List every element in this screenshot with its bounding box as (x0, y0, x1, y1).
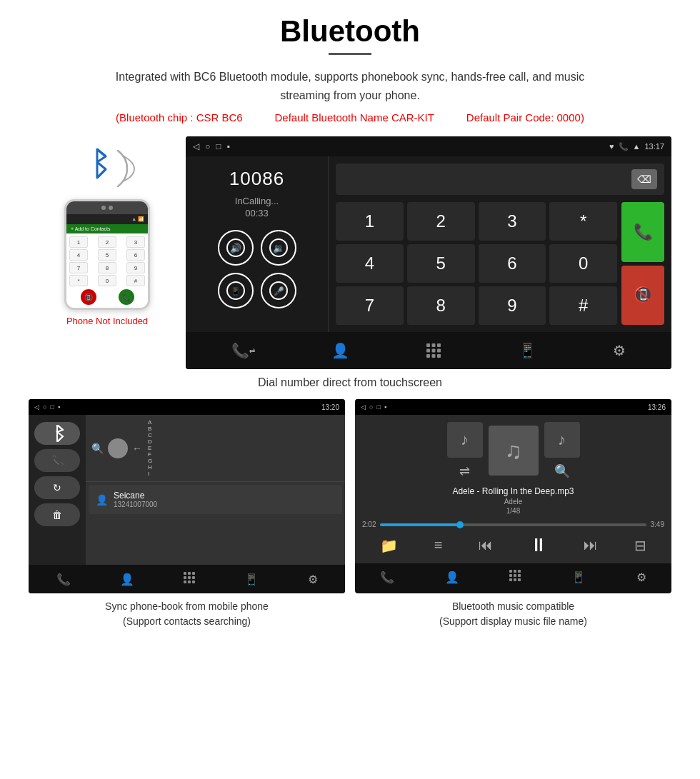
backspace-btn[interactable]: ⌫ (631, 169, 657, 189)
pb-phone-btn[interactable]: 📞 (34, 449, 80, 472)
shuffle-icon[interactable]: ⇌ (459, 463, 470, 479)
key-7[interactable]: 7 (336, 286, 404, 325)
pb-search-icon[interactable]: 🔍 (91, 443, 104, 454)
pb-bottom-contacts-icon[interactable]: 👤 (120, 573, 134, 586)
music-bottom-contacts-icon[interactable]: 👤 (445, 571, 459, 584)
music-screen: ◁ ○ □ ▪ 13:26 ♪ ⇌ (355, 399, 671, 593)
add-contacts-btn[interactable]: + Add to Contacts (66, 224, 148, 233)
key-2[interactable]: 2 (407, 202, 475, 241)
phone-call[interactable]: 📞 (119, 289, 134, 305)
pb-bottom-transfer-icon[interactable]: 📱 (244, 573, 259, 586)
menu-icon[interactable]: ▪ (227, 141, 230, 151)
pb-back-icon[interactable]: ◁ (34, 403, 39, 411)
phone-key-star[interactable]: * (69, 275, 88, 286)
phone-key-1[interactable]: 1 (69, 236, 88, 248)
recents-icon[interactable]: □ (216, 141, 221, 151)
phone-key-4[interactable]: 4 (69, 249, 88, 261)
svg-rect-16 (437, 349, 441, 353)
svg-rect-26 (184, 576, 186, 579)
pb-bottom-dialpad-icon[interactable] (184, 572, 195, 586)
music-track-count: 1/48 (506, 507, 520, 515)
home-icon[interactable]: ○ (205, 141, 210, 151)
call-accept-btn[interactable]: 📞 (621, 202, 664, 262)
music-folder-icon[interactable]: 📁 (380, 537, 398, 554)
bottom-contacts-icon[interactable]: 👤 (331, 342, 349, 359)
pb-bottom-bar: 📞 👤 (29, 565, 345, 593)
key-1[interactable]: 1 (336, 202, 404, 241)
music-card: ◁ ○ □ ▪ 13:26 ♪ ⇌ (355, 399, 671, 629)
back-icon[interactable]: ◁ (193, 141, 199, 151)
key-hash[interactable]: # (549, 286, 617, 325)
pb-delete-btn[interactable]: 🗑 (34, 503, 80, 526)
pb-bottom-settings-icon[interactable]: ⚙ (308, 573, 318, 586)
music-home-icon[interactable]: ○ (369, 403, 373, 411)
bottom-transfer-icon[interactable]: 📱 (519, 342, 536, 359)
music-album-art: ♫ (489, 426, 539, 476)
music-eq-icon[interactable]: ⊟ (634, 537, 646, 554)
spec-name: Default Bluetooth Name CAR-KIT (275, 111, 434, 124)
key-0[interactable]: 0 (549, 244, 617, 283)
music-bottom-settings-icon[interactable]: ⚙ (636, 571, 646, 584)
key-5[interactable]: 5 (407, 244, 475, 283)
phone-key-6[interactable]: 6 (126, 249, 145, 261)
music-prev-btn[interactable]: ⏮ (479, 537, 493, 553)
music-bottom-dialpad-icon[interactable] (509, 570, 521, 584)
music-status-icons: ◁ ○ □ ▪ (361, 403, 386, 411)
phone-key-8[interactable]: 8 (98, 262, 116, 273)
music-back-icon[interactable]: ◁ (361, 403, 366, 411)
phone-key-9[interactable]: 9 (126, 262, 145, 273)
phone-key-hash[interactable]: # (126, 275, 145, 286)
music-time: 13:26 (648, 403, 666, 411)
music-caption: Bluetooth music compatible (Support disp… (355, 599, 671, 629)
key-9[interactable]: 9 (479, 286, 546, 325)
music-menu-icon[interactable]: ▪ (384, 403, 386, 411)
svg-rect-14 (426, 349, 430, 353)
mic-btn[interactable]: 🎤 (261, 273, 296, 308)
phone-key-5[interactable]: 5 (98, 249, 116, 261)
music-bottom-transfer-icon[interactable]: 📱 (571, 571, 586, 584)
pb-home-icon[interactable]: ○ (43, 403, 46, 411)
key-star[interactable]: * (549, 202, 617, 241)
pb-search-row: 🔍 ← AB CD EF GH I (86, 415, 345, 482)
phone-end-call[interactable]: 📵 (81, 289, 96, 305)
svg-rect-12 (432, 343, 436, 347)
music-note-small-left: ♪ (461, 431, 469, 449)
phone-key-2[interactable]: 2 (98, 236, 116, 248)
pb-menu-icon[interactable]: ▪ (58, 403, 60, 411)
phone-key-0[interactable]: 0 (98, 275, 116, 286)
phone-key-3[interactable]: 3 (126, 236, 145, 248)
pb-recents-icon[interactable]: □ (50, 403, 54, 411)
key-4[interactable]: 4 (336, 244, 404, 283)
pb-contact-row[interactable]: 👤 Seicane 13241007000 (89, 485, 342, 514)
svg-line-21 (57, 436, 63, 442)
pb-alpha-list: AB CD EF GH I (148, 419, 152, 477)
phone-key-7[interactable]: 7 (69, 262, 88, 273)
bottom-dialpad-icon[interactable] (426, 343, 441, 358)
pb-bottom-call-icon[interactable]: 📞 (56, 573, 71, 586)
music-pause-btn[interactable]: ⏸ (529, 534, 548, 556)
pb-back-arrow[interactable]: ← (132, 443, 142, 454)
transfer-btn[interactable]: 📱 (218, 273, 254, 308)
music-bottom-call-icon[interactable]: 📞 (380, 571, 394, 584)
bottom-call-transfer-icon[interactable]: 📞⇄ (231, 342, 255, 359)
music-list-icon[interactable]: ≡ (434, 537, 443, 553)
music-recents-icon[interactable]: □ (376, 403, 380, 411)
call-end-btn[interactable]: 📵 (621, 266, 664, 326)
key-3[interactable]: 3 (479, 202, 546, 241)
volume-down-btn[interactable]: 🔉 (261, 230, 296, 266)
music-progress-bar[interactable] (380, 523, 646, 526)
pb-scroll-ball[interactable] (108, 438, 128, 458)
bottom-settings-icon[interactable]: ⚙ (613, 342, 626, 359)
call-icon: 📞 (619, 142, 629, 151)
key-8[interactable]: 8 (407, 286, 475, 325)
key-6[interactable]: 6 (479, 244, 546, 283)
music-search-icon[interactable]: 🔍 (554, 463, 570, 479)
svg-rect-32 (509, 570, 512, 573)
svg-rect-40 (518, 578, 521, 581)
volume-up-btn[interactable]: 🔊 (218, 230, 254, 266)
svg-rect-28 (192, 576, 195, 579)
pb-bluetooth-btn[interactable] (34, 422, 80, 445)
music-next-btn[interactable]: ⏭ (584, 537, 598, 553)
pb-sync-btn[interactable]: ↻ (34, 476, 80, 499)
svg-rect-11 (426, 343, 430, 347)
